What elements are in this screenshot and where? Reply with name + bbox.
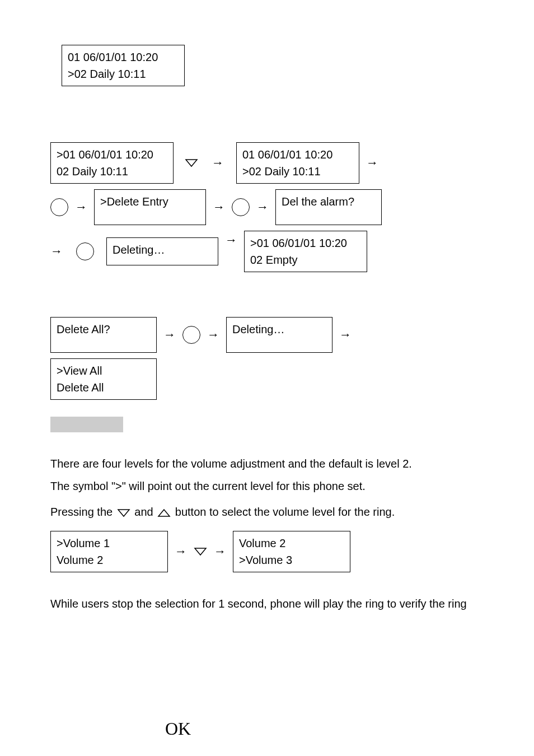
lcd-line: Del the alarm? [282,193,376,210]
paragraph-text: While users stop the selection for 1 sec… [50,595,484,613]
arrow-right-icon: → [332,328,358,342]
text-fragment: and [134,506,156,518]
lcd-line: Deleting… [113,241,212,258]
arrow-right-icon: → [250,200,275,214]
lcd-line: 01 06/01/01 10:20 [242,146,353,163]
circle-button-icon [50,198,68,216]
lcd-line: >Volume 3 [239,552,344,568]
text-fragment: button to select the volume level for th… [175,506,395,518]
lcd-line: >View All [57,362,151,379]
paragraph-text: The symbol ">" will point out the curren… [50,477,484,495]
svg-marker-1 [118,510,129,516]
lcd-line: >01 06/01/01 10:20 [57,146,167,163]
lcd-line: Delete All [57,379,151,396]
lcd-line: Delete All? [57,321,151,338]
lcd-box: >Volume 1 Volume 2 [50,531,168,572]
circle-button-icon [182,326,200,344]
svg-marker-2 [158,510,170,516]
lcd-line: Deleting… [232,321,326,338]
lcd-line: 02 Empty [250,251,361,268]
arrow-right-icon: → [157,328,182,342]
arrow-right-icon: → [359,156,385,170]
lcd-line: >02 Daily 10:11 [242,163,353,180]
lcd-box: Delete All? [50,317,157,353]
lcd-box: >View All Delete All [50,358,157,400]
lcd-box: >01 06/01/01 10:20 02 Daily 10:11 [50,142,174,184]
circle-button-icon [76,242,94,260]
section-divider [50,417,123,432]
lcd-line: Volume 2 [239,535,344,552]
lcd-line: >Volume 1 [57,535,162,552]
arrow-right-icon: → [207,544,233,559]
arrow-right-icon: → [50,244,69,259]
arrow-right-icon: → [168,544,194,559]
triangle-down-icon [185,158,198,167]
lcd-box: 01 06/01/01 10:20 >02 Daily 10:11 [62,45,185,86]
lcd-box: >Delete Entry [94,189,206,225]
arrow-right-icon: → [200,328,226,342]
lcd-box: Volume 2 >Volume 3 [233,531,350,572]
lcd-box: 01 06/01/01 10:20 >02 Daily 10:11 [236,142,359,184]
lcd-box: Del the alarm? [275,189,382,225]
arrow-right-icon: → [218,231,244,248]
paragraph-text: Pressing the and button to select the vo… [50,503,484,521]
circle-button-icon [232,198,250,216]
triangle-down-icon [117,508,130,517]
svg-marker-3 [195,548,206,555]
lcd-line: >Delete Entry [100,193,200,210]
ok-label-overlay: OK [165,718,191,739]
lcd-box: Deleting… [226,317,332,353]
triangle-down-icon [194,547,207,556]
arrow-right-icon: → [206,200,232,214]
lcd-box: >01 06/01/01 10:20 02 Empty [244,231,367,272]
lcd-box: Deleting… [106,237,218,265]
arrow-right-icon: → [205,156,231,170]
lcd-line: 02 Daily 10:11 [57,163,167,180]
triangle-up-icon [157,508,171,517]
lcd-line: >01 06/01/01 10:20 [250,235,361,251]
lcd-line: Volume 2 [57,552,162,568]
svg-marker-0 [186,160,197,166]
paragraph-text: There are four levels for the volume adj… [50,455,484,473]
lcd-line: 01 06/01/01 10:20 [68,49,179,66]
lcd-line: >02 Daily 10:11 [68,66,179,82]
arrow-right-icon: → [68,200,94,214]
text-fragment: Pressing the [50,506,116,518]
